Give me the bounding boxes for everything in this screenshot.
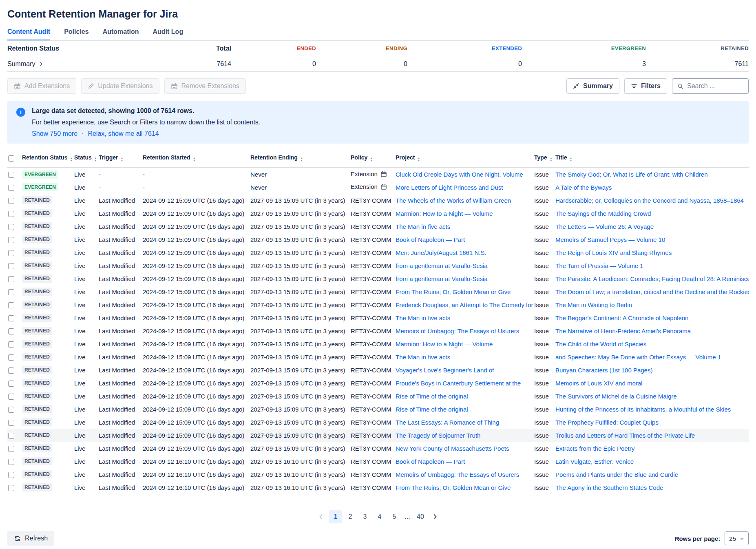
title-link[interactable]: Hunting of the Princess of Its Inhabitan… (555, 406, 731, 413)
summary-button[interactable]: Summary (566, 78, 619, 94)
row-checkbox[interactable] (8, 446, 14, 452)
title-link[interactable]: The Beggar's Continent: A Chronicle of N… (555, 314, 688, 321)
row-checkbox[interactable] (8, 433, 14, 439)
table-row[interactable]: RETAINED Live Last Modified 2024-09-12 1… (7, 220, 749, 233)
select-all-checkbox[interactable] (8, 155, 14, 162)
title-link[interactable]: The Narrative of Henri-Frédéric Amiel's … (555, 328, 691, 334)
title-link[interactable]: The Tarn of Prussia — Volume 1 (555, 262, 643, 269)
column-header-retention-status[interactable]: Retention Status▲▼ (22, 149, 74, 168)
project-link[interactable]: More Letters of Light Princess and Dust (396, 184, 503, 191)
title-link[interactable]: Extracts from the Epic Poetry (555, 445, 634, 452)
project-link[interactable]: Marmion: How to a Night — Volume (396, 210, 493, 217)
project-link[interactable]: The Last Essays: A Romance of Thing (396, 419, 499, 426)
row-checkbox[interactable] (8, 172, 14, 178)
title-link[interactable]: Memoirs of Samuel Pepys — Volume 10 (555, 236, 665, 243)
table-row[interactable]: RETAINED Live Last Modified 2024-09-12 1… (7, 298, 749, 311)
row-checkbox[interactable] (8, 185, 14, 191)
sort-icon[interactable]: ▲▼ (94, 157, 97, 162)
table-row[interactable]: RETAINED Live Last Modified 2024-09-12 1… (7, 429, 749, 442)
refresh-button[interactable]: Refresh (7, 531, 54, 546)
row-checkbox[interactable] (8, 472, 14, 478)
project-link[interactable]: The Wheels of the Works of William Green (396, 197, 511, 204)
table-row[interactable]: RETAINED Live Last Modified 2024-09-12 1… (7, 350, 749, 363)
row-checkbox[interactable] (8, 315, 14, 321)
table-row[interactable]: RETAINED Live Last Modified 2024-09-12 1… (7, 403, 749, 416)
table-row[interactable]: RETAINED Live Last Modified 2024-09-12 1… (7, 481, 749, 494)
project-link[interactable]: Rise of Time of the original (396, 393, 468, 400)
next-page-button[interactable] (429, 510, 442, 523)
column-header-retention-ending[interactable]: Retention Ending▲▼ (250, 149, 351, 168)
table-row[interactable]: EVERGREEN Live - - Never Extension More … (7, 181, 749, 194)
project-link[interactable]: Book of Napoleon — Part (396, 458, 465, 465)
title-link[interactable]: Troilus and Letters of Hard Times of the… (555, 432, 695, 439)
title-link[interactable]: and Speeches: May Be Done with Other Ess… (555, 354, 721, 361)
sort-icon[interactable]: ▲▼ (370, 157, 373, 162)
project-link[interactable]: The Man in five acts (396, 223, 450, 230)
summary-row-toggle[interactable]: Summary (7, 60, 150, 68)
title-link[interactable]: The Letters — Volume 26: A Voyage (555, 223, 654, 230)
column-header-retention-started[interactable]: Retention Started▲▼ (143, 149, 250, 168)
column-header-policy[interactable]: Policy▲▼ (351, 149, 396, 168)
row-checkbox[interactable] (8, 237, 14, 243)
project-link[interactable]: Cluck Old Creole Days with One Night, Vo… (396, 171, 523, 178)
project-link[interactable]: from a gentleman at Varallo-Sesia (396, 275, 488, 282)
title-link[interactable]: Hardscrabble; or, Colloquies on the Conc… (555, 197, 744, 204)
title-link[interactable]: The Agony in the Southern States Code (555, 484, 663, 491)
sort-icon[interactable]: ▲▼ (550, 157, 553, 162)
title-link[interactable]: Bunyan Characters (1st 100 Pages) (555, 367, 652, 374)
row-checkbox[interactable] (8, 198, 14, 204)
table-row[interactable]: RETAINED Live Last Modified 2024-09-12 1… (7, 363, 749, 376)
row-checkbox[interactable] (8, 263, 14, 269)
tab-audit-log[interactable]: Audit Log (153, 27, 183, 40)
column-header-status[interactable]: Status▲▼ (74, 149, 99, 168)
project-link[interactable]: Book of Napoleon — Part (396, 236, 465, 243)
row-checkbox[interactable] (8, 407, 14, 413)
row-checkbox[interactable] (8, 420, 14, 426)
page-button-5[interactable]: 5 (388, 510, 401, 523)
row-checkbox[interactable] (8, 381, 14, 387)
table-row[interactable]: RETAINED Live Last Modified 2024-09-12 1… (7, 455, 749, 468)
update-extensions-button[interactable]: Update Extensions (81, 78, 159, 94)
project-link[interactable]: The Man in five acts (396, 314, 450, 321)
sort-icon[interactable]: ▲▼ (70, 157, 73, 162)
title-link[interactable]: Memoirs of Louis XIV and moral (555, 380, 642, 387)
table-row[interactable]: RETAINED Live Last Modified 2024-09-12 1… (7, 337, 749, 350)
previous-page-button[interactable] (314, 510, 327, 523)
title-link[interactable]: The Child of the World of Species (555, 341, 646, 348)
table-row[interactable]: RETAINED Live Last Modified 2024-09-12 1… (7, 285, 749, 298)
title-link[interactable]: The Doom of Law; a translation, critical… (555, 288, 749, 295)
project-link[interactable]: Frederick Douglass, an Attempt to The Co… (396, 301, 533, 308)
project-link[interactable]: The Tragedy of Sojourner Truth (396, 432, 480, 439)
tab-content-audit[interactable]: Content Audit (7, 27, 50, 40)
project-link[interactable]: from a gentleman at Varallo-Sesia (396, 262, 488, 269)
title-link[interactable]: A Tale of the Byways (555, 184, 612, 191)
title-link[interactable]: Latin Vulgate, Esther: Venice (555, 458, 634, 465)
row-checkbox[interactable] (8, 224, 14, 230)
calendar-icon[interactable] (380, 184, 387, 191)
row-checkbox[interactable] (8, 328, 14, 334)
search-input[interactable] (687, 82, 743, 90)
page-button-3[interactable]: 3 (358, 510, 371, 523)
remove-extensions-button[interactable]: Remove Extensions (164, 78, 246, 94)
project-link[interactable]: Men: June/July/August 1661 N.S. (396, 249, 486, 256)
title-link[interactable]: The Man in Waiting to Berlin (555, 301, 632, 308)
table-row[interactable]: EVERGREEN Live - - Never Extension Cluck… (7, 168, 749, 181)
project-link[interactable]: Memoirs of Umbagog: The Essays of Usurer… (396, 471, 519, 478)
sort-icon[interactable]: ▲▼ (417, 157, 420, 162)
row-checkbox[interactable] (8, 302, 14, 308)
column-header-project[interactable]: Project▲▼ (396, 149, 534, 168)
table-row[interactable]: RETAINED Live Last Modified 2024-09-12 1… (7, 246, 749, 259)
tab-automation[interactable]: Automation (103, 27, 139, 40)
project-link[interactable]: Memoirs of Umbagog: The Essays of Usurer… (396, 328, 519, 334)
page-button-4[interactable]: 4 (373, 510, 386, 523)
row-checkbox[interactable] (8, 211, 14, 217)
title-link[interactable]: The Sayings of the Madding Crowd (555, 210, 651, 217)
table-row[interactable]: RETAINED Live Last Modified 2024-09-12 1… (7, 376, 749, 390)
tab-policies[interactable]: Policies (64, 27, 88, 40)
sort-icon[interactable]: ▲▼ (570, 157, 573, 162)
table-row[interactable]: RETAINED Live Last Modified 2024-09-12 1… (7, 259, 749, 272)
row-checkbox[interactable] (8, 354, 14, 361)
project-link[interactable]: Rise of Time of the original (396, 406, 468, 413)
table-row[interactable]: RETAINED Live Last Modified 2024-09-12 1… (7, 207, 749, 220)
row-checkbox[interactable] (8, 367, 14, 374)
